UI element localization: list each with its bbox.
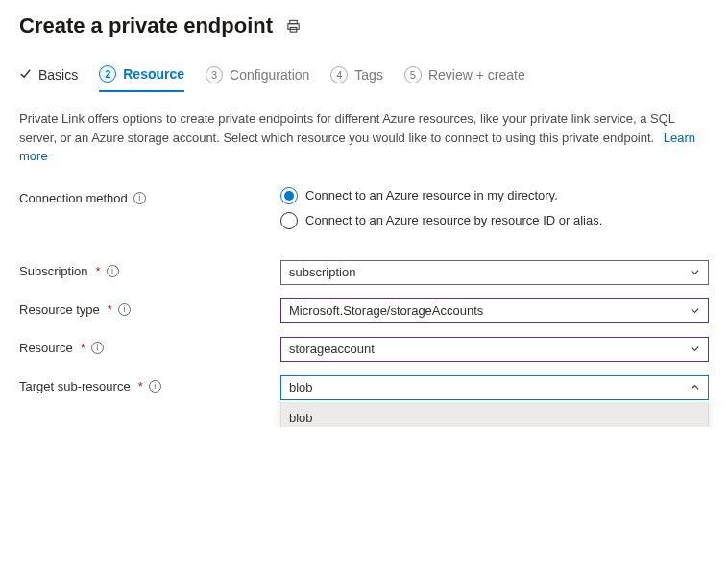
radio-icon <box>280 212 298 229</box>
svg-rect-1 <box>288 23 299 29</box>
tab-label: Tags <box>354 67 383 83</box>
radio-icon <box>280 187 298 204</box>
target-sub-select[interactable]: blob blob table queue file web dfs <box>280 375 709 400</box>
info-icon[interactable]: i <box>149 380 161 393</box>
step-number: 3 <box>206 66 223 83</box>
tab-label: Basics <box>38 67 78 83</box>
chevron-down-icon <box>690 305 700 316</box>
required-marker: * <box>138 379 143 393</box>
target-sub-dropdown: blob table queue file web dfs <box>280 402 709 427</box>
target-sub-label: Target sub-resource <box>19 379 131 393</box>
tab-label: Configuration <box>230 67 309 83</box>
select-value: Microsoft.Storage/storageAccounts <box>289 303 483 318</box>
connection-method-directory[interactable]: Connect to an Azure resource in my direc… <box>280 187 709 204</box>
chevron-down-icon <box>690 344 700 354</box>
description-text: Private Link offers options to create pr… <box>19 111 675 145</box>
tab-basics[interactable]: Basics <box>19 67 78 90</box>
resource-select[interactable]: storageaccount <box>280 337 709 362</box>
resource-label: Resource <box>19 341 73 355</box>
resource-type-select[interactable]: Microsoft.Storage/storageAccounts <box>280 298 709 323</box>
step-number: 2 <box>99 65 116 83</box>
step-number: 5 <box>404 66 422 83</box>
print-icon[interactable] <box>286 19 301 34</box>
select-value: subscription <box>289 265 355 279</box>
info-icon[interactable]: i <box>133 192 146 204</box>
chevron-down-icon <box>690 267 700 277</box>
select-value: storageaccount <box>289 342 375 356</box>
tab-resource[interactable]: 2 Resource <box>99 65 184 92</box>
tab-review-create[interactable]: 5 Review + create <box>404 66 525 91</box>
tab-configuration[interactable]: 3 Configuration <box>206 66 309 91</box>
required-marker: * <box>81 341 85 355</box>
check-icon <box>19 67 32 83</box>
required-marker: * <box>96 264 101 278</box>
page-title: Create a private endpoint <box>19 13 273 38</box>
connection-method-label: Connection method <box>19 191 128 205</box>
info-icon[interactable]: i <box>118 303 131 316</box>
tab-label: Review + create <box>428 67 525 83</box>
select-value: blob <box>289 380 313 394</box>
radio-label: Connect to an Azure resource in my direc… <box>305 188 558 202</box>
subscription-select[interactable]: subscription <box>280 260 709 285</box>
info-icon[interactable]: i <box>91 342 104 354</box>
tab-label: Resource <box>123 66 184 82</box>
tab-tags[interactable]: 4 Tags <box>330 66 383 91</box>
dropdown-option[interactable]: blob <box>281 402 708 427</box>
info-icon[interactable]: i <box>107 265 119 277</box>
step-description: Private Link offers options to create pr… <box>19 109 709 166</box>
wizard-tabs: Basics 2 Resource 3 Configuration 4 Tags… <box>19 65 709 92</box>
resource-type-label: Resource type <box>19 302 100 317</box>
required-marker: * <box>108 302 112 317</box>
chevron-up-icon <box>690 382 700 393</box>
step-number: 4 <box>330 66 348 83</box>
radio-label: Connect to an Azure resource by resource… <box>305 213 602 227</box>
connection-method-resourceid[interactable]: Connect to an Azure resource by resource… <box>280 212 709 229</box>
subscription-label: Subscription <box>19 264 88 278</box>
